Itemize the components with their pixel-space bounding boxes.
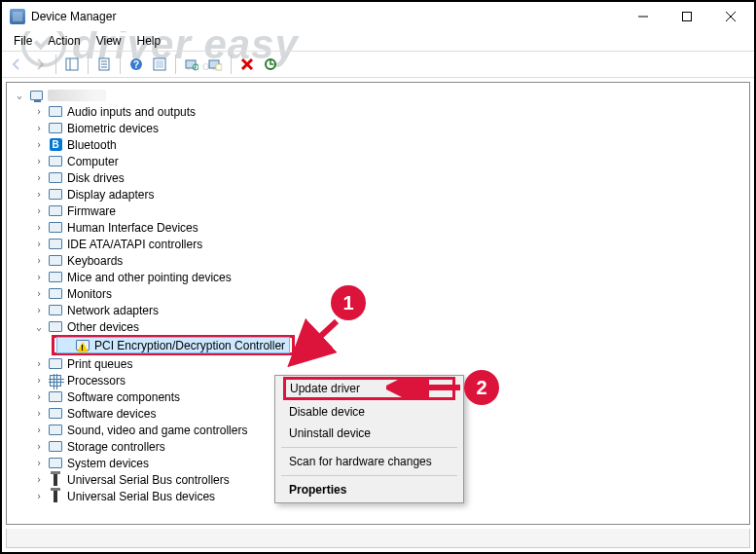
category-icon: [48, 253, 63, 269]
category-icon: [48, 319, 63, 335]
menu-disable-device[interactable]: Disable device: [277, 401, 461, 423]
category-icon: [48, 406, 63, 422]
category-label: IDE ATA/ATAPI controllers: [67, 238, 202, 251]
tree-category-disk-drives[interactable]: › Disk drives: [32, 169, 749, 186]
expand-icon[interactable]: ›: [32, 105, 46, 119]
expand-icon[interactable]: ›: [32, 138, 46, 152]
tree-category-bluetooth[interactable]: › B Bluetooth: [32, 136, 749, 153]
expand-icon[interactable]: ›: [32, 204, 46, 218]
expand-icon[interactable]: ›: [32, 374, 46, 388]
expand-icon[interactable]: ›: [32, 304, 46, 317]
tree-category-human-interface-devices[interactable]: › Human Interface Devices: [32, 219, 749, 236]
expand-icon[interactable]: ›: [32, 238, 46, 251]
category-label: Processors: [67, 374, 126, 388]
toolbar-separator: [231, 55, 232, 74]
category-icon: [48, 170, 63, 186]
show-hide-tree-button[interactable]: [61, 54, 83, 75]
svg-rect-17: [216, 64, 222, 70]
svg-line-21: [296, 321, 337, 359]
titlebar: Device Manager: [2, 2, 754, 31]
annotation-arrow-1: [286, 315, 344, 369]
tree-category-display-adapters[interactable]: › Display adapters: [32, 186, 749, 203]
menu-properties[interactable]: Properties: [277, 479, 461, 500]
category-icon: [48, 373, 63, 388]
expand-icon[interactable]: ›: [32, 390, 46, 404]
statusbar: [6, 529, 750, 548]
svg-text:?: ?: [133, 59, 139, 70]
tree-category-ide-ata-atapi-controllers[interactable]: › IDE ATA/ATAPI controllers: [32, 236, 749, 252]
menu-uninstall-device[interactable]: Uninstall device: [277, 423, 461, 444]
menu-separator: [281, 447, 457, 448]
expand-icon[interactable]: ›: [32, 122, 46, 135]
menu-separator: [281, 475, 457, 476]
add-legacy-button[interactable]: [204, 54, 226, 75]
help-button[interactable]: ?: [126, 54, 147, 75]
category-label: Computer: [67, 155, 119, 168]
properties-button[interactable]: [93, 54, 115, 75]
window-title: Device Manager: [31, 10, 116, 23]
maximize-button[interactable]: [665, 3, 708, 30]
scan-hardware-button[interactable]: [181, 54, 202, 75]
expand-icon[interactable]: ›: [32, 221, 46, 235]
minimize-button[interactable]: [621, 3, 665, 30]
toolbar-separator: [175, 55, 176, 74]
tree-category-firmware[interactable]: › Firmware: [32, 203, 749, 219]
expand-icon[interactable]: ›: [32, 188, 46, 202]
category-label: Network adapters: [67, 304, 159, 317]
back-button: [6, 54, 27, 75]
menu-file[interactable]: File: [6, 32, 40, 50]
category-label: Biometric devices: [67, 122, 159, 135]
category-icon: [48, 187, 63, 203]
menu-action[interactable]: Action: [40, 32, 88, 50]
category-label: Universal Serial Bus controllers: [67, 473, 230, 487]
tree-category-mice-and-other-pointing-devices[interactable]: › Mice and other pointing devices: [32, 269, 749, 285]
collapse-icon[interactable]: ⌄: [13, 89, 26, 102]
expand-icon[interactable]: ›: [32, 271, 46, 284]
close-button[interactable]: [708, 3, 752, 30]
tree-category-biometric-devices[interactable]: › Biometric devices: [32, 120, 749, 136]
category-label: Storage controllers: [67, 440, 165, 454]
category-label: System devices: [67, 457, 149, 470]
expand-icon[interactable]: ›: [32, 440, 46, 454]
tree-root[interactable]: ⌄: [13, 87, 749, 103]
category-label: Sound, video and game controllers: [67, 424, 247, 437]
expand-icon[interactable]: ›: [32, 424, 46, 437]
collapse-icon[interactable]: ⌄: [32, 320, 46, 334]
toolbar: ?: [2, 51, 754, 78]
tree-category-monitors[interactable]: › Monitors: [32, 285, 749, 302]
update-driver-button[interactable]: [260, 54, 281, 75]
annotation-label-2: 2: [476, 377, 486, 399]
category-label: Firmware: [67, 204, 116, 218]
expand-icon[interactable]: ›: [32, 287, 46, 301]
uninstall-button[interactable]: [236, 54, 258, 75]
tree-category-other-devices[interactable]: ⌄ Other devices: [32, 318, 749, 335]
category-label: Other devices: [67, 320, 139, 334]
menu-help[interactable]: Help: [129, 32, 169, 50]
expand-icon[interactable]: ›: [32, 473, 46, 487]
expand-icon[interactable]: ›: [32, 457, 46, 470]
tree-category-print-queues[interactable]: › Print queues: [32, 355, 749, 372]
action-button[interactable]: [149, 54, 170, 75]
expand-icon[interactable]: ›: [32, 155, 46, 168]
tree-category-keyboards[interactable]: › Keyboards: [32, 252, 749, 269]
expand-icon[interactable]: ›: [32, 171, 46, 185]
category-icon: [48, 472, 63, 488]
tree-device-pci-encryption[interactable]: › PCI Encryption/Decryption Controller: [56, 337, 290, 353]
category-label: Universal Serial Bus devices: [67, 490, 215, 503]
menu-view[interactable]: View: [89, 32, 129, 50]
annotation-label-1: 1: [342, 292, 353, 314]
menu-scan-hardware[interactable]: Scan for hardware changes: [277, 451, 461, 472]
tree-category-computer[interactable]: › Computer: [32, 153, 749, 169]
category-label: Monitors: [67, 287, 112, 301]
category-label: Audio inputs and outputs: [67, 105, 196, 119]
expand-icon[interactable]: ›: [32, 407, 46, 421]
category-icon: [48, 356, 63, 372]
tree-category-network-adapters[interactable]: › Network adapters: [32, 302, 749, 318]
expand-icon[interactable]: ›: [32, 357, 46, 371]
expand-icon[interactable]: ›: [32, 490, 46, 503]
category-icon: [48, 203, 63, 219]
category-icon: [48, 121, 63, 136]
expand-icon[interactable]: ›: [32, 254, 46, 268]
tree-category-audio-inputs-and-outputs[interactable]: › Audio inputs and outputs: [32, 103, 749, 120]
toolbar-separator: [55, 55, 56, 74]
